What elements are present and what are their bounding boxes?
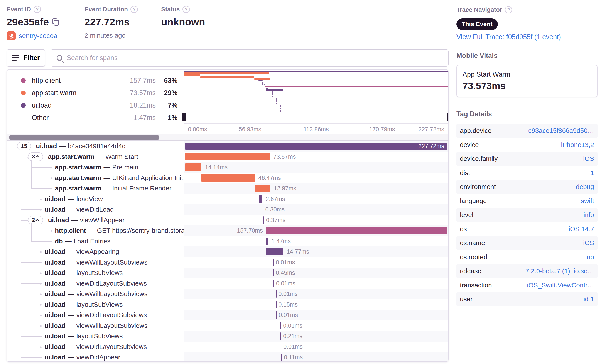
span-row[interactable]: ui.load—viewDidLayoutSubviews0.01ms [7,278,448,289]
tag-value-link[interactable]: swift [581,197,594,205]
span-bar-cell[interactable]: 0.30ms [184,204,448,215]
span-row[interactable]: app.start.warm—UIKit and Application Ini… [7,173,448,183]
span-duration-bar[interactable] [266,237,268,245]
span-name-cell[interactable]: 3app.start.warm—Warm Start [7,151,184,162]
span-name-cell[interactable]: ui.load—viewDidAppear [7,352,184,362]
span-duration-bar[interactable] [276,290,277,298]
span-row[interactable]: db—Load Entries1.47ms [7,236,448,247]
span-row[interactable]: 15ui.load—b4ace34981e44d4c227.72ms [7,141,448,151]
span-bar-cell[interactable]: 0.11ms [184,352,448,362]
span-row[interactable]: ui.load—layoutSubViews0.15ms [7,299,448,310]
span-name-cell[interactable]: ui.load—viewWillLayoutSubviews [7,289,184,299]
tag-value-link[interactable]: iOS [583,155,594,162]
span-row[interactable]: ui.load—layoutSubViews0.45ms [7,267,448,278]
tag-value-link[interactable]: iOS [583,239,594,247]
legend-row[interactable]: http.client157.7ms63% [7,76,184,85]
tag-value-link[interactable]: info [584,211,594,219]
span-bar-cell[interactable]: 46.47ms [184,173,448,183]
span-bar-cell[interactable]: 73.57ms [184,151,448,162]
span-duration-bar[interactable] [259,195,262,203]
span-bar-cell[interactable]: 0.01ms [184,342,448,352]
help-icon[interactable]: ? [182,6,190,13]
span-duration-bar[interactable] [273,280,274,287]
span-name-cell[interactable]: http.client—GET https://sentry-brand.sto… [7,225,184,236]
span-bar-cell[interactable]: 0.45ms [184,267,448,278]
tag-value-link[interactable]: 1 [590,169,594,177]
span-duration-bar[interactable] [276,301,277,308]
view-full-trace-link[interactable]: View Full Trace: f05d955f (1 event) [456,33,561,41]
span-bar-cell[interactable]: 0.37ms [184,215,448,226]
span-bar-cell[interactable]: 157.70ms [184,225,448,236]
span-name-cell[interactable]: ui.load—layoutSubViews [7,331,184,342]
legend-row[interactable]: Other1.47ms1% [7,113,184,123]
span-bar-cell[interactable]: 0.01ms [184,310,448,320]
span-row[interactable]: ui.load—viewDidLayoutSubviews0.01ms [7,310,448,320]
span-duration-bar[interactable] [281,354,282,361]
tag-value-link[interactable]: no [587,253,594,261]
span-row[interactable]: ui.load—viewWillLayoutSubviews0.01ms [7,320,448,331]
span-duration-bar[interactable] [263,216,264,224]
tag-value-link[interactable]: iOS 14.7 [569,225,594,233]
span-name-cell[interactable]: db—Load Entries [7,236,184,247]
span-name-cell[interactable]: app.start.warm—Pre main [7,162,184,173]
span-duration-bar[interactable] [280,322,281,329]
span-row[interactable]: ui.load—viewDidAppear0.11ms [7,352,448,362]
tag-value-link[interactable]: iOS_Swift.ViewContr… [527,282,594,289]
span-name-cell[interactable]: ui.load—viewAppearing [7,246,184,257]
expand-pill[interactable]: 3 [28,152,43,161]
span-duration-bar[interactable] [201,174,255,182]
span-name-cell[interactable]: 2ui.load—viewWillAppear [7,215,184,226]
span-bar-cell[interactable]: 0.01ms [184,320,448,331]
tree-horizontal-scrollbar[interactable] [7,134,448,141]
span-duration-bar[interactable] [185,164,201,171]
span-bar-cell[interactable]: 12.97ms [184,183,448,194]
project-name[interactable]: sentry-cocoa [19,32,57,40]
span-bar-cell[interactable]: 0.01ms [184,289,448,299]
search-input[interactable] [67,54,442,62]
tag-value-link[interactable]: iPhone13,2 [561,141,594,148]
span-bar-cell[interactable]: 0.21ms [184,331,448,342]
span-row[interactable]: app.start.warm—Pre main14.14ms [7,162,448,173]
span-duration-bar[interactable] [273,259,274,266]
span-row[interactable]: ui.load—viewDidLoad0.30ms [7,204,448,215]
span-name-cell[interactable]: 15ui.load—b4ace34981e44d4c [7,141,184,151]
span-duration-bar[interactable] [280,333,281,340]
span-row[interactable]: app.start.warm—Initial Frame Render12.97… [7,183,448,194]
tag-value-link[interactable]: debug [576,183,594,190]
span-duration-bar[interactable] [185,153,270,160]
minimap-right-handle[interactable] [447,113,449,121]
span-bar-cell[interactable]: 2.67ms [184,194,448,204]
span-duration-bar[interactable] [255,185,270,192]
span-name-cell[interactable]: ui.load—viewDidLayoutSubviews [7,278,184,289]
span-row[interactable]: ui.load—viewAppearing14.77ms [7,246,448,257]
span-bar-cell[interactable]: 0.01ms [184,278,448,289]
span-row[interactable]: ui.load—viewWillLayoutSubviews0.01ms [7,289,448,299]
span-row[interactable]: http.client—GET https://sentry-brand.sto… [7,225,448,236]
span-row[interactable]: 2ui.load—viewWillAppear0.37ms [7,215,448,226]
tag-value-link[interactable]: c93ace15f866a9d50… [528,127,594,134]
span-bar-cell[interactable]: 14.77ms [184,246,448,257]
span-row[interactable]: 3app.start.warm—Warm Start73.57ms [7,151,448,162]
trace-minimap[interactable]: 0.00ms56.93ms113.86ms170.79ms227.72ms [184,70,448,134]
span-name-cell[interactable]: ui.load—layoutSubViews [7,299,184,310]
legend-row[interactable]: ui.load18.21ms7% [7,101,184,110]
span-bar-cell[interactable]: 1.47ms [184,236,448,247]
help-icon[interactable]: ? [33,6,41,13]
span-name-cell[interactable]: app.start.warm—UIKit and Application Ini… [7,173,184,183]
scrollbar-thumb[interactable] [9,135,159,140]
legend-row[interactable]: app.start.warm73.57ms29% [7,88,184,98]
span-duration-bar[interactable] [263,206,263,213]
span-bar-cell[interactable]: 0.15ms [184,299,448,310]
tag-value-link[interactable]: id:1 [584,295,594,303]
span-bar-cell[interactable]: 0.01ms [184,257,448,268]
span-bar-cell[interactable]: 14.14ms [184,162,448,173]
filter-button[interactable]: Filter [7,49,45,67]
span-duration-bar[interactable] [281,343,281,351]
span-bar-cell[interactable]: 227.72ms [184,141,448,151]
span-row[interactable]: ui.load—loadView2.67ms [7,194,448,204]
span-duration-bar[interactable] [273,269,274,276]
span-duration-bar[interactable] [266,227,447,234]
span-row[interactable]: ui.load—layoutSubViews0.21ms [7,331,448,342]
help-icon[interactable]: ? [505,6,512,13]
span-row[interactable]: ui.load—viewDidLayoutSubviews0.01ms [7,342,448,352]
